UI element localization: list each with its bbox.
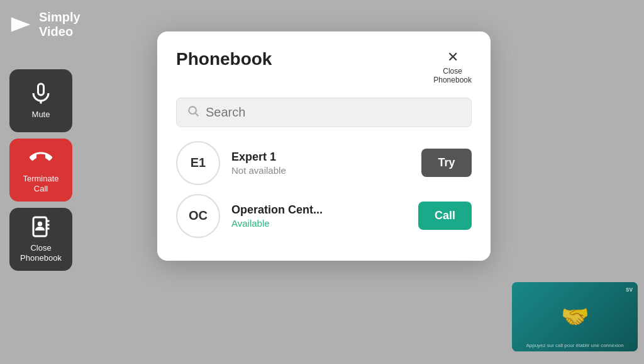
contact-list: E1 Expert 1 Not available Try OC Operati… xyxy=(176,141,472,238)
video-thumbnail: 🤝 sv Appuyez sur call pour établir une c… xyxy=(512,282,638,351)
mute-button[interactable]: Mute xyxy=(9,69,72,132)
try-button-expert1[interactable]: Try xyxy=(421,149,472,177)
contact-status-oc: Available xyxy=(231,218,407,229)
contact-status-expert1: Not available xyxy=(231,165,410,176)
svg-marker-0 xyxy=(11,18,30,32)
svg-point-2 xyxy=(38,222,43,227)
contact-row: OC Operation Cent... Available Call xyxy=(176,194,472,238)
modal-header: Phonebook ✕ ClosePhonebook xyxy=(176,49,472,85)
mic-icon xyxy=(30,82,52,105)
contact-avatar-expert1: E1 xyxy=(176,141,220,185)
search-input[interactable] xyxy=(206,105,461,120)
contact-name-expert1: Expert 1 xyxy=(231,151,410,164)
logo-area: Simply Video xyxy=(0,0,97,49)
video-hand-icon: 🤝 xyxy=(561,304,589,330)
phone-icon xyxy=(30,146,52,169)
terminate-call-button[interactable]: TerminateCall xyxy=(9,139,72,202)
phonebook-modal: Phonebook ✕ ClosePhonebook E1 Expert 1 N… xyxy=(157,31,491,261)
close-phonebook-button[interactable]: ✕ ClosePhonebook xyxy=(433,49,472,85)
search-bar xyxy=(176,98,472,127)
contact-name-oc: Operation Cent... xyxy=(231,203,407,217)
close-phonebook-sidebar-label: ClosePhonebook xyxy=(20,243,62,263)
app-name: Simply Video xyxy=(39,10,89,39)
call-button-oc[interactable]: Call xyxy=(418,202,472,230)
close-phonebook-label: ClosePhonebook xyxy=(433,67,472,85)
contact-row: E1 Expert 1 Not available Try xyxy=(176,141,472,185)
phonebook-title: Phonebook xyxy=(176,49,272,69)
close-x-icon: ✕ xyxy=(447,49,458,65)
mute-label: Mute xyxy=(32,110,50,120)
search-icon xyxy=(187,105,199,120)
sidebar: Mute TerminateCall ClosePhonebook xyxy=(0,63,82,277)
video-thumb-inner: 🤝 sv Appuyez sur call pour établir une c… xyxy=(512,282,638,351)
terminate-call-label: TerminateCall xyxy=(23,174,58,193)
close-phonebook-sidebar-button[interactable]: ClosePhonebook xyxy=(9,208,72,271)
svg-point-6 xyxy=(189,106,196,114)
video-overlay-logo: sv xyxy=(626,286,633,293)
video-caption: Appuyez sur call pour établir une connex… xyxy=(516,343,634,349)
contact-info-expert1: Expert 1 Not available xyxy=(231,151,410,176)
svg-line-7 xyxy=(196,113,199,117)
contact-info-oc: Operation Cent... Available xyxy=(231,203,407,229)
phonebook-sidebar-icon xyxy=(30,215,52,238)
simply-video-logo-icon xyxy=(9,13,33,37)
contact-avatar-oc: OC xyxy=(176,194,220,238)
